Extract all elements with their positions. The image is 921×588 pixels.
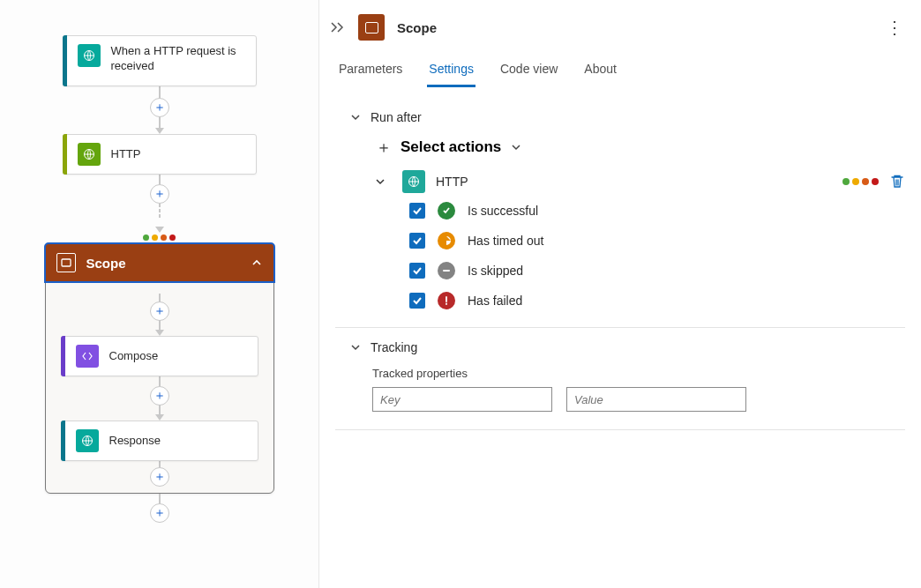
workflow-canvas[interactable]: When a HTTP request is received ＋ HTTP ＋… [0,0,319,588]
trigger-label: When a HTTP request is received [111,44,247,74]
checkbox-has-timed-out[interactable] [409,233,425,249]
add-button[interactable]: ＋ [150,386,169,406]
status-has-failed: Has failed [409,292,905,309]
checkbox-has-failed[interactable] [409,293,425,309]
chevron-down-icon [349,111,362,123]
scope-container[interactable]: Scope ＋ Compose ＋ [45,243,274,494]
scope-icon [56,253,76,272]
response-icon [76,429,99,452]
error-icon [438,292,455,309]
tab-parameters[interactable]: Parameters [337,58,404,86]
trigger-card[interactable]: When a HTTP request is received [63,35,257,86]
select-actions-button[interactable]: ＋ Select actions [335,137,905,158]
tab-bar: Parameters Settings Code view About [319,58,921,87]
chevron-down-icon [349,341,362,354]
response-card[interactable]: Response [61,421,258,461]
section-tracking: Tracking Tracked properties [335,328,905,430]
svg-rect-5 [443,270,450,272]
response-label: Response [109,434,161,449]
panel-title: Scope [397,20,880,35]
checkbox-is-skipped[interactable] [409,263,425,279]
svg-rect-2 [62,259,71,266]
plus-icon: ＋ [376,137,392,158]
collapse-icon[interactable] [330,21,346,33]
compose-card[interactable]: Compose [61,336,258,376]
add-button[interactable]: ＋ [150,184,169,204]
success-icon [438,202,455,220]
status-is-skipped: Is skipped [409,262,905,279]
tracking-header[interactable]: Tracking [335,340,905,354]
trash-icon[interactable] [889,174,905,190]
tab-codeview[interactable]: Code view [498,58,559,86]
http-action-icon [402,170,425,193]
run-after-action[interactable]: HTTP [335,170,905,193]
http-action-label: HTTP [111,147,141,162]
scope-icon [358,14,385,41]
more-menu-icon[interactable]: ⋮ [880,17,909,38]
checkbox-is-successful[interactable] [409,203,425,219]
compose-label: Compose [109,349,159,364]
run-after-header[interactable]: Run after [335,110,905,124]
tracked-properties-label: Tracked properties [335,367,905,380]
chevron-down-icon[interactable] [374,175,386,188]
add-button[interactable]: ＋ [150,301,169,321]
add-button[interactable]: ＋ [150,503,169,523]
status-is-successful: Is successful [409,202,905,220]
tracked-value-input[interactable] [566,387,746,412]
http-action-icon [78,143,101,166]
add-button[interactable]: ＋ [150,467,169,487]
run-after-dots-icon [143,234,176,241]
settings-panel: Scope ⋮ Parameters Settings Code view Ab… [319,0,921,588]
clock-icon [438,232,455,249]
http-action-card[interactable]: HTTP [63,134,257,175]
scope-header[interactable]: Scope [44,242,275,283]
chevron-up-icon [251,257,263,269]
compose-icon [76,345,99,368]
connector-dashed [159,203,161,227]
tab-about[interactable]: About [582,58,618,86]
tracked-key-input[interactable] [372,387,552,412]
add-button[interactable]: ＋ [150,98,169,117]
status-has-timed-out: Has timed out [409,232,905,249]
section-run-after: Run after ＋ Select actions HTTP [335,98,905,328]
scope-label: Scope [86,256,251,271]
http-trigger-icon [78,44,101,67]
chevron-down-icon [510,141,522,153]
status-dots-icon [842,178,879,185]
skip-icon [438,262,455,279]
tab-settings[interactable]: Settings [427,58,475,87]
